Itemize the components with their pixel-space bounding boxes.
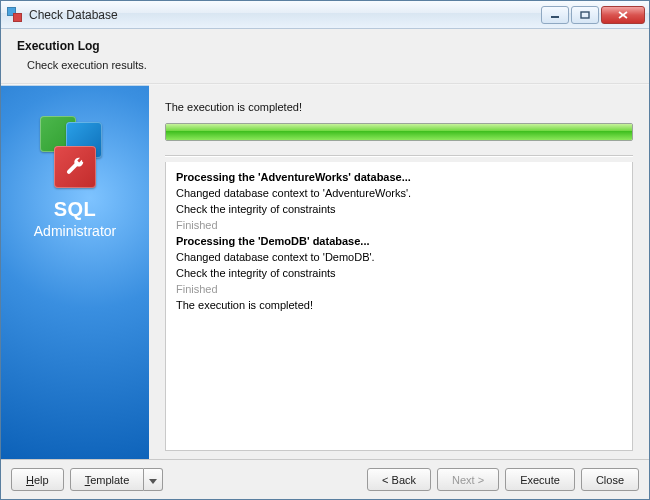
close-icon [618,11,628,19]
product-name: SQL Administrator [34,198,116,239]
body: SQL Administrator The execution is compl… [1,85,649,459]
log-divider [165,155,633,156]
chevron-down-icon [149,479,157,484]
help-button[interactable]: Help [11,468,64,491]
log-line: Finished [176,282,622,298]
window-title: Check Database [29,8,118,22]
progress-bar [165,123,633,141]
log-line: Finished [176,218,622,234]
svg-rect-0 [551,16,559,18]
template-button[interactable]: Template [70,468,145,491]
template-dropdown-button[interactable] [144,468,163,491]
svg-rect-1 [581,12,589,18]
page-title: Execution Log [17,39,633,53]
minimize-icon [550,11,560,19]
footer: Help Template < Back Next > Execute Clos… [1,459,649,499]
window: Check Database Execution Log Check execu… [0,0,650,500]
product-logo [40,116,110,186]
execute-button[interactable]: Execute [505,468,575,491]
minimize-button[interactable] [541,6,569,24]
header-section: Execution Log Check execution results. [1,29,649,83]
product-name-line2: Administrator [34,223,116,239]
sidebar: SQL Administrator [1,85,149,459]
maximize-button[interactable] [571,6,599,24]
log-line: Processing the 'AdventureWorks' database… [176,170,622,186]
back-button[interactable]: < Back [367,468,431,491]
log-line: The execution is completed! [176,298,622,314]
execution-log[interactable]: Processing the 'AdventureWorks' database… [165,162,633,451]
log-line: Check the integrity of constraints [176,266,622,282]
next-button[interactable]: Next > [437,468,499,491]
titlebar: Check Database [1,1,649,29]
close-window-button[interactable] [601,6,645,24]
log-line: Check the integrity of constraints [176,202,622,218]
log-line: Changed database context to 'AdventureWo… [176,186,622,202]
progress-fill [166,124,632,140]
template-split-button: Template [70,468,164,491]
maximize-icon [580,11,590,19]
close-button[interactable]: Close [581,468,639,491]
status-text: The execution is completed! [165,101,633,113]
product-name-line1: SQL [34,198,116,221]
log-line: Processing the 'DemoDB' database... [176,234,622,250]
app-icon [7,7,23,23]
log-line: Changed database context to 'DemoDB'. [176,250,622,266]
wrench-icon [64,156,86,178]
page-subtitle: Check execution results. [27,59,633,71]
main-pane: The execution is completed! Processing t… [149,85,649,459]
window-controls [541,6,645,24]
